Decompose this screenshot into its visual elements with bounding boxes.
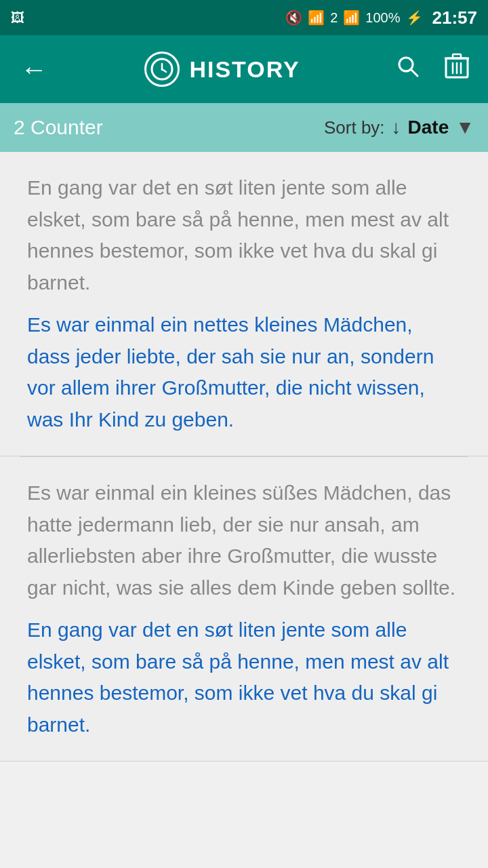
status-right-group: 🔇 📶 2 📶 100% ⚡ 21:57 [285,7,477,28]
image-icon: 🖼 [11,10,24,26]
entry-1-translation: Es war einmal ein nettes kleines Mädchen… [27,309,461,435]
entry-2-translation: En gang var det en søt liten jente som a… [27,614,461,741]
battery-text: 100% [365,10,400,26]
history-entry-2: Es war einmal ein kleines süßes Mädchen,… [0,457,488,762]
sort-arrow-icon: ↓ [392,117,401,138]
svg-rect-7 [453,54,461,58]
entry-2-original: Es war einmal ein kleines süßes Mädchen,… [27,477,461,604]
search-button[interactable] [390,49,426,90]
back-button[interactable]: ← [14,49,54,90]
svg-line-2 [162,69,166,72]
sub-header: 2 Counter Sort by: ↓ Date ▼ [0,103,488,152]
sim-icon: 2 [330,10,338,26]
clock-icon [144,52,180,87]
entry-1-original: En gang var det en søt liten jente som a… [27,172,461,298]
charging-icon: ⚡ [406,9,423,26]
app-bar-title: HISTORY [189,56,300,83]
app-bar: ← HISTORY [0,35,488,103]
delete-button[interactable] [439,47,474,92]
sort-dropdown-icon[interactable]: ▼ [455,117,474,138]
svg-line-4 [411,69,418,76]
status-time: 21:57 [432,7,478,28]
mute-icon: 🔇 [285,9,302,26]
sort-group[interactable]: Sort by: ↓ Date ▼ [324,117,474,138]
wifi-icon: 📶 [308,9,325,26]
status-left-icons: 🖼 [11,10,24,26]
counter-text: 2 Counter [14,116,324,139]
sort-value: Date [408,117,449,138]
app-bar-title-group: HISTORY [54,52,390,87]
sort-label: Sort by: [324,117,385,138]
history-entry-1: En gang var det en søt liten jente som a… [0,152,488,456]
app-bar-actions [390,47,474,92]
content-area: En gang var det en søt liten jente som a… [0,152,488,762]
signal-icon: 📶 [343,9,360,26]
status-bar: 🖼 🔇 📶 2 📶 100% ⚡ 21:57 [0,0,488,35]
